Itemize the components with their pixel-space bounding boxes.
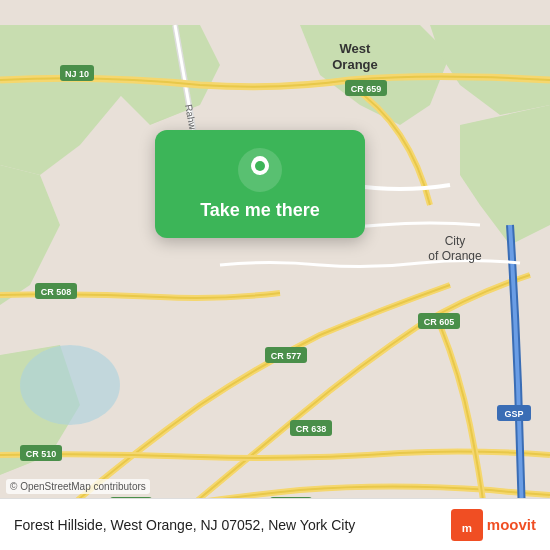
moovit-logo-text: moovit (487, 516, 536, 533)
svg-text:m: m (462, 522, 472, 534)
svg-text:NJ 10: NJ 10 (65, 69, 89, 79)
location-pin-icon (238, 148, 282, 192)
take-me-there-button[interactable]: Take me there (200, 200, 320, 222)
svg-text:CR 659: CR 659 (351, 84, 382, 94)
svg-point-8 (20, 345, 120, 425)
svg-text:CR 638: CR 638 (296, 424, 327, 434)
svg-text:CR 605: CR 605 (424, 317, 455, 327)
svg-text:of Orange: of Orange (428, 249, 482, 263)
location-card: Take me there (155, 130, 365, 238)
svg-text:CR 508: CR 508 (41, 287, 72, 297)
svg-text:Orange: Orange (332, 57, 378, 72)
osm-attribution: © OpenStreetMap contributors (6, 479, 150, 494)
map-background: NJ 10 CR 508 CR 510 CR 577 CR 665 CR 577… (0, 0, 550, 550)
svg-point-39 (255, 161, 265, 171)
moovit-logo-icon: m (451, 509, 483, 541)
svg-text:CR 510: CR 510 (26, 449, 57, 459)
location-label: Forest Hillside, West Orange, NJ 07052, … (14, 517, 355, 533)
map-container: NJ 10 CR 508 CR 510 CR 577 CR 665 CR 577… (0, 0, 550, 550)
bottom-bar: Forest Hillside, West Orange, NJ 07052, … (0, 498, 550, 550)
osm-text: © OpenStreetMap contributors (10, 481, 146, 492)
moovit-logo[interactable]: m moovit (451, 509, 536, 541)
svg-text:West: West (340, 41, 371, 56)
svg-text:GSP: GSP (504, 409, 523, 419)
svg-text:City: City (445, 234, 466, 248)
svg-text:CR 577: CR 577 (271, 351, 302, 361)
